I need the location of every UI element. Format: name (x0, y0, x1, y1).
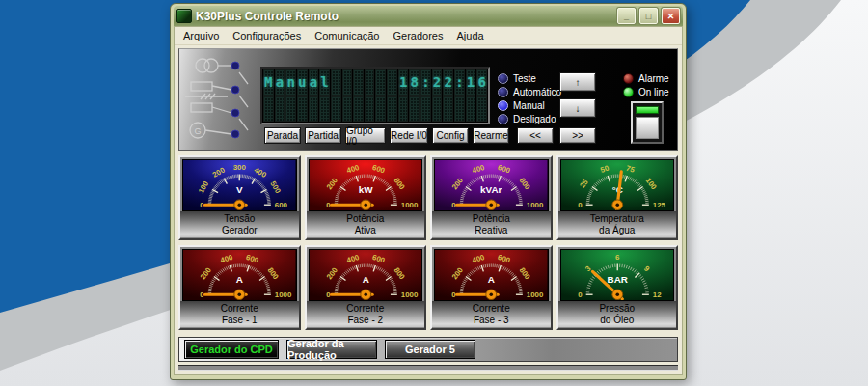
svg-text:1000: 1000 (275, 290, 292, 299)
gauge-temperatura-agua: 0255075100125°CTemperaturada Água (556, 155, 679, 240)
radio-desligado[interactable]: Desligado (498, 113, 556, 125)
led-cell: u (297, 69, 308, 96)
radio-icon-manual (498, 100, 508, 111)
rearme-button[interactable]: Rearme (473, 127, 509, 144)
led-cell: a (275, 69, 285, 96)
gauge-pressao-oleo: 036912BARPressãodo Óleo (556, 245, 679, 330)
led-cell: 1 (398, 69, 409, 96)
one-line-diagram-icon: G (183, 53, 257, 146)
radio-automatico[interactable]: Automático (498, 86, 561, 98)
led-cell (319, 96, 330, 123)
radio-manual[interactable]: Manual (498, 99, 545, 112)
minimize-button[interactable]: _ (617, 8, 636, 24)
power-switch[interactable] (631, 101, 664, 144)
led-cell: n (285, 69, 296, 96)
close-button[interactable]: ✕ (662, 8, 680, 24)
gauge-title-pressao-oleo: Pressãodo Óleo (558, 301, 677, 327)
power-switch-indicator (636, 106, 659, 114)
online-status: On line (623, 86, 669, 98)
gerador-do-cpd-button[interactable]: Gerador do CPD (184, 340, 279, 359)
alarme-led-icon (623, 73, 634, 84)
led-cell (331, 69, 341, 96)
menubar: ArquivoConfiguraçõesComunicaçãoGeradores… (175, 27, 682, 45)
led-cell (476, 96, 487, 123)
gauge-title-potencia-reativa: PotênciaReativa (432, 211, 551, 237)
gauge-title-corrente-fase-3: CorrenteFase - 3 (432, 301, 551, 327)
led-cell (387, 96, 397, 123)
radio-label: Teste (513, 73, 536, 84)
led-cell (365, 69, 375, 96)
svg-text:1000: 1000 (400, 201, 418, 209)
gerador-da-producao-button[interactable]: Gerador da Produção (286, 340, 377, 359)
alarme-status: Alarme (623, 72, 669, 85)
led-cell (409, 96, 420, 123)
svg-text:A: A (236, 274, 243, 285)
radio-teste[interactable]: Teste (498, 72, 536, 85)
led-cell (353, 96, 364, 123)
prev-button[interactable]: << (517, 127, 554, 144)
led-cell (331, 96, 341, 123)
svg-text:kVAr: kVAr (480, 184, 502, 195)
up-button[interactable]: ↑ (559, 72, 596, 92)
maximize-button[interactable]: □ (639, 8, 658, 24)
radio-label: Manual (513, 100, 545, 111)
led-cell (275, 96, 285, 123)
radio-label: Desligado (513, 114, 556, 124)
led-cell (285, 96, 296, 123)
gauge-face-corrente-fase-1: 02004006008001000A (182, 249, 297, 301)
led-cell: 2 (432, 69, 443, 96)
window-title: K30Plus Controle Remoto (196, 10, 613, 23)
gauges-grid: 0100200300400500600VTensãoGerador0200400… (178, 155, 678, 330)
menu-item-comunicacao[interactable]: Comunicação (308, 28, 386, 43)
led-cell (432, 96, 443, 123)
radio-icon-teste (498, 73, 508, 84)
gauge-face-corrente-fase-2: 02004006008001000A (309, 249, 423, 301)
gauge-title-temperatura-agua: Temperaturada Água (558, 211, 677, 237)
led-display: Manual18:22:16 (260, 67, 490, 124)
menu-item-ajuda[interactable]: Ajuda (449, 28, 490, 43)
led-cell (375, 69, 386, 96)
gauge-face-potencia-reativa: 02004006008001000kVAr (434, 159, 549, 211)
menu-item-configuracoes[interactable]: Configurações (226, 28, 308, 43)
gauge-corrente-fase-3: 02004006008001000ACorrenteFase - 3 (430, 245, 553, 330)
gauge-face-tensao-gerador: 0100200300400500600V (182, 159, 297, 211)
svg-text:0: 0 (578, 201, 583, 209)
gauge-face-potencia-ativa: 02004006008001000kW (309, 159, 423, 211)
led-cell: l (319, 69, 330, 96)
radio-label: Automático (513, 87, 561, 97)
gauge-title-corrente-fase-1: CorrenteFase - 1 (180, 301, 299, 327)
gauge-title-tensao-gerador: TensãoGerador (180, 211, 299, 237)
gauge-potencia-reativa: 02004006008001000kVArPotênciaReativa (430, 155, 553, 240)
svg-text:300: 300 (233, 163, 247, 172)
rede-i-0-button[interactable]: Rede I/0 (390, 127, 428, 144)
config-button[interactable]: Config (432, 127, 469, 144)
radio-icon-automatico (498, 87, 508, 97)
svg-text:125: 125 (652, 201, 665, 209)
online-led-icon (623, 87, 634, 97)
menu-item-geradores[interactable]: Geradores (387, 28, 450, 43)
grupo-i-0-button[interactable]: Grupo I/0 (345, 127, 386, 144)
parada-button[interactable]: Parada (264, 127, 301, 144)
led-cell: 2 (443, 69, 453, 96)
partida-button[interactable]: Partida (305, 127, 341, 144)
next-button[interactable]: >> (559, 127, 596, 144)
control-panel: G Manual18:22:16 TesteAutomáticoManualDe… (178, 48, 678, 151)
gauge-tensao-gerador: 0100200300400500600VTensãoGerador (178, 155, 301, 240)
gauge-title-potencia-ativa: PotênciaAtiva (307, 211, 425, 237)
svg-text:V: V (236, 184, 243, 195)
radio-icon-desligado (498, 114, 508, 124)
gauge-face-corrente-fase-3: 02004006008001000A (434, 249, 549, 301)
svg-text:G: G (194, 126, 201, 136)
client-area: G Manual18:22:16 TesteAutomáticoManualDe… (175, 45, 682, 373)
menu-item-arquivo[interactable]: Arquivo (176, 28, 226, 43)
desktop-stage: K30Plus Controle Remoto _ □ ✕ ArquivoCon… (0, 0, 868, 386)
gauge-potencia-ativa: 02004006008001000kWPotênciaAtiva (305, 155, 427, 240)
online-label: On line (638, 87, 669, 97)
led-cell (443, 96, 453, 123)
svg-text:600: 600 (275, 201, 288, 209)
gauge-corrente-fase-2: 02004006008001000ACorrenteFase - 2 (305, 245, 427, 330)
gerador-5-button[interactable]: Gerador 5 (385, 340, 475, 359)
down-button[interactable]: ↓ (559, 98, 596, 118)
svg-text:1000: 1000 (527, 201, 544, 209)
svg-text:0: 0 (578, 290, 583, 299)
